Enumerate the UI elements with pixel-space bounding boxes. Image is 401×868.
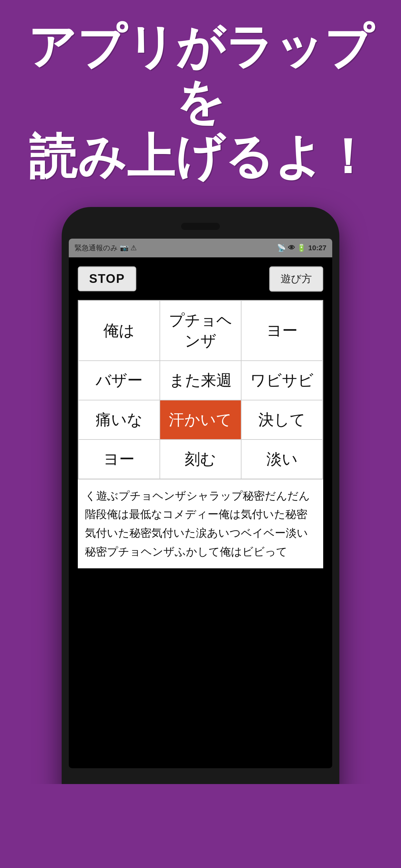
header-title-line1: アプリがラップを: [28, 20, 374, 128]
phone-wrapper: 緊急通報のみ 📷 ⚠ 📡 👁 🔋 10:27 STOP 遊び方 俺はプチョヘンザ…: [0, 207, 401, 814]
status-icons: 📡 👁 🔋: [277, 244, 305, 252]
grid-cell-2-0[interactable]: 痛いな: [79, 400, 160, 439]
status-time: 10:27: [308, 244, 327, 252]
word-grid: 俺はプチョヘンザヨーバザーまた来週ワビサビ痛いな汗かいて決してヨー刻む淡い: [78, 300, 323, 479]
grid-cell-1-2[interactable]: ワビサビ: [241, 361, 322, 400]
header-title: アプリがラップを 読み上げるよ！: [19, 20, 382, 184]
grid-cell-2-1[interactable]: 汗かいて: [160, 400, 241, 439]
grid-cell-3-2[interactable]: 淡い: [241, 439, 322, 479]
phone-top-bar: [69, 217, 332, 236]
grid-cell-1-1[interactable]: また来週: [160, 361, 241, 400]
bottom-strip: [0, 784, 401, 868]
app-content: STOP 遊び方 俺はプチョヘンザヨーバザーまた来週ワビサビ痛いな汗かいて決して…: [69, 257, 332, 575]
grid-cell-2-2[interactable]: 決して: [241, 400, 322, 439]
help-button[interactable]: 遊び方: [269, 267, 323, 291]
status-left: 緊急通報のみ 📷 ⚠: [74, 243, 137, 253]
lyrics-text: く遊ぶプチョヘンザシャラップ秘密だんだん階段俺は最低なコメディー俺は気付いた秘密…: [78, 479, 323, 568]
header-section: アプリがラップを 読み上げるよ！: [0, 0, 401, 200]
phone-screen: 緊急通報のみ 📷 ⚠ 📡 👁 🔋 10:27 STOP 遊び方 俺はプチョヘンザ…: [69, 239, 332, 768]
grid-cell-3-1[interactable]: 刻む: [160, 439, 241, 479]
grid-cell-0-2[interactable]: ヨー: [241, 300, 322, 361]
header-title-line2: 読み上げるよ！: [29, 130, 372, 183]
grid-cell-1-0[interactable]: バザー: [79, 361, 160, 400]
grid-cell-3-0[interactable]: ヨー: [79, 439, 160, 479]
status-right: 📡 👁 🔋 10:27: [277, 244, 327, 252]
grid-cell-0-0[interactable]: 俺は: [79, 300, 160, 361]
phone-camera: [181, 223, 220, 230]
grid-cell-0-1[interactable]: プチョヘンザ: [160, 300, 241, 361]
stop-button[interactable]: STOP: [78, 267, 136, 291]
top-buttons-row: STOP 遊び方: [78, 267, 323, 291]
phone-frame: 緊急通報のみ 📷 ⚠ 📡 👁 🔋 10:27 STOP 遊び方 俺はプチョヘンザ…: [62, 207, 339, 814]
status-bar: 緊急通報のみ 📷 ⚠ 📡 👁 🔋 10:27: [69, 239, 332, 257]
